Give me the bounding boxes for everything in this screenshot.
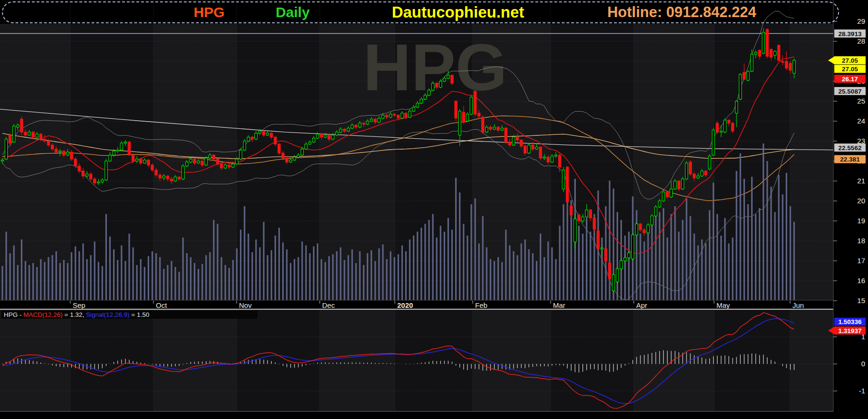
svg-text:0: 0 bbox=[861, 360, 865, 368]
svg-text:2020: 2020 bbox=[397, 301, 413, 309]
svg-text:27.05: 27.05 bbox=[842, 57, 858, 64]
svg-text:25.5087: 25.5087 bbox=[839, 88, 862, 95]
svg-text:1.50336: 1.50336 bbox=[839, 318, 862, 325]
svg-text:Dec: Dec bbox=[322, 301, 335, 309]
svg-text:25: 25 bbox=[857, 97, 865, 105]
svg-text:Oct: Oct bbox=[156, 301, 167, 309]
time-axis[interactable]: SepOctNovDec2020FebMarAprMayJun bbox=[0, 300, 833, 310]
chart-root: HPGSepOctNovDec2020FebMarAprMayJunHPG - … bbox=[0, 0, 868, 419]
svg-text:1.31937: 1.31937 bbox=[839, 327, 862, 334]
svg-text:Feb: Feb bbox=[475, 301, 487, 309]
svg-text:26.17: 26.17 bbox=[842, 76, 858, 83]
chart-header: HPG Daily Dautucophieu.net Hotline: 0912… bbox=[2, 1, 839, 23]
svg-text:17: 17 bbox=[857, 257, 865, 265]
svg-text:Nov: Nov bbox=[239, 301, 252, 309]
svg-text:20: 20 bbox=[857, 197, 865, 205]
hotline-label: Hotline: 0912.842.224 bbox=[607, 4, 756, 21]
svg-text:19: 19 bbox=[857, 217, 865, 225]
price-axis[interactable]: 29282726252423222120191817161510-128.391… bbox=[828, 0, 868, 419]
svg-text:22.381: 22.381 bbox=[840, 156, 860, 163]
svg-text:21: 21 bbox=[857, 177, 865, 185]
svg-text:Apr: Apr bbox=[636, 301, 647, 309]
svg-text:Jun: Jun bbox=[792, 301, 804, 309]
svg-text:Sep: Sep bbox=[73, 301, 86, 309]
svg-text:28.3913: 28.3913 bbox=[839, 30, 862, 38]
svg-text:28: 28 bbox=[857, 37, 865, 45]
svg-text:-1: -1 bbox=[859, 387, 865, 395]
site-brand: Dautucophieu.net bbox=[392, 3, 525, 21]
timeframe-label: Daily bbox=[276, 4, 310, 20]
svg-text:29: 29 bbox=[857, 17, 865, 25]
svg-text:May: May bbox=[716, 301, 730, 309]
svg-text:16: 16 bbox=[857, 276, 865, 285]
ticker-symbol: HPG bbox=[193, 4, 224, 20]
svg-text:24: 24 bbox=[857, 117, 865, 125]
svg-text:15: 15 bbox=[857, 296, 865, 305]
macd-title: HPG - MACD(12,26) = 1.32, Signal(12,26,9… bbox=[4, 311, 149, 318]
svg-text:27.05: 27.05 bbox=[842, 66, 858, 73]
svg-text:18: 18 bbox=[857, 237, 865, 245]
svg-text:Mar: Mar bbox=[553, 301, 565, 309]
price-chart-canvas[interactable]: HPGSepOctNovDec2020FebMarAprMayJunHPG - … bbox=[0, 0, 868, 419]
svg-text:22.5562: 22.5562 bbox=[839, 144, 862, 152]
